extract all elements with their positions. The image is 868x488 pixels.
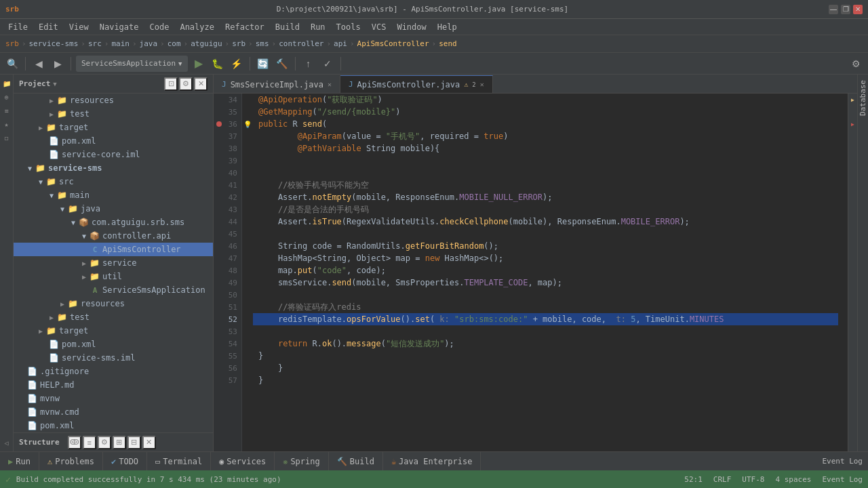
tree-item-resources[interactable]: ▶ 📁 resources (14, 94, 213, 107)
breadcrumb-main[interactable]: main (111, 39, 130, 48)
tab-close-smsserviceimpl[interactable]: ✕ (328, 81, 332, 88)
commit-btn[interactable]: ✓ (319, 56, 336, 72)
tree-item-pom3[interactable]: 📄 pom.xml (14, 419, 213, 432)
close-button[interactable]: ✕ (853, 5, 863, 14)
breadcrumb-java[interactable]: java (140, 39, 158, 48)
editor[interactable]: 34 35 36 37 38 39 40 41 42 43 44 45 46 4… (214, 94, 857, 451)
menu-vcs[interactable]: VCS (366, 19, 392, 35)
struct-settings[interactable]: ⚙ (98, 436, 111, 449)
menu-file[interactable]: File (3, 19, 33, 35)
settings-btn[interactable]: ⚙ (848, 56, 864, 72)
code-content[interactable]: @ApiOperation("获取验证码") @GetMapping("/sen… (253, 94, 848, 451)
menu-code[interactable]: Code (144, 19, 175, 35)
vcs-btn[interactable]: ↑ (300, 56, 317, 72)
menu-analyze[interactable]: Analyze (174, 19, 220, 35)
menu-edit[interactable]: Edit (33, 19, 64, 35)
event-log-btn[interactable]: Event Log (816, 457, 868, 466)
status-tab-build[interactable]: 🔨 Build (329, 452, 383, 471)
sidebar-collapse-btn[interactable]: ⊡ (164, 77, 178, 91)
status-tab-problems[interactable]: ⚠ Problems (39, 452, 103, 471)
status-tab-run[interactable]: ▶ Run (0, 452, 39, 471)
struct-sort-alpha[interactable]: ↂ (68, 436, 81, 449)
tree-item-target2[interactable]: ▶ 📁 target (14, 324, 213, 338)
back-btn[interactable]: ◀ (31, 56, 47, 72)
menu-help[interactable]: Help (432, 19, 462, 35)
struct-collapse[interactable]: ⊟ (127, 436, 141, 449)
status-tab-spring[interactable]: ❋ Spring (275, 452, 329, 471)
breadcrumb-api[interactable]: api (334, 39, 347, 48)
menu-run[interactable]: Run (305, 19, 331, 35)
menu-navigate[interactable]: Navigate (94, 19, 144, 35)
breadcrumb-srb[interactable]: srb (5, 39, 19, 48)
tree-item-main[interactable]: ▼ 📁 main (14, 188, 213, 202)
left-vtab-6[interactable]: ◁ (1, 436, 13, 449)
sidebar-settings-btn[interactable]: ⚙ (179, 77, 193, 91)
tree-item-servicesms[interactable]: ▼ 📁 service-sms (14, 161, 213, 175)
tree-item-java[interactable]: ▼ 📁 java (14, 202, 213, 216)
menu-window[interactable]: Window (391, 19, 431, 35)
status-tab-todo[interactable]: ✔ TODO (103, 452, 147, 471)
breadcrumb-src[interactable]: src (88, 39, 102, 48)
struct-sort-type[interactable]: ≡ (83, 436, 96, 449)
tree-item-mvnwcmd[interactable]: 📄 mvnw.cmd (14, 405, 213, 419)
tree-item-src[interactable]: ▼ 📁 src (14, 175, 213, 188)
breadcrumb-method[interactable]: send (439, 39, 457, 48)
cursor-position[interactable]: 52:1 (684, 475, 703, 484)
struct-close[interactable]: ✕ (142, 436, 156, 449)
tree-item-target[interactable]: ▶ 📁 target (14, 121, 213, 134)
tab-close-apisms[interactable]: ✕ (480, 81, 484, 88)
left-vtab-2[interactable]: ⊕ (1, 91, 13, 103)
menu-view[interactable]: View (64, 19, 94, 35)
tree-item-pom2[interactable]: 📄 pom.xml (14, 338, 213, 351)
title-bar-controls[interactable]: — ❐ ✕ (829, 5, 863, 14)
tree-item-gitignore[interactable]: 📄 .gitignore (14, 365, 213, 378)
indent[interactable]: 4 spaces (775, 475, 811, 484)
tab-apisms[interactable]: J ApiSmsController.java ⚠ 2 ✕ (340, 75, 493, 93)
status-tab-terminal[interactable]: ▭ Terminal (147, 452, 211, 471)
debug-btn[interactable]: 🐛 (210, 56, 226, 72)
tree-item-service[interactable]: ▶ 📁 service (14, 256, 213, 270)
left-vtab-1[interactable]: 📁 (1, 77, 13, 89)
event-log[interactable]: Event Log (822, 475, 863, 484)
breadcrumb-atguigu[interactable]: atguigu (191, 39, 222, 48)
tree-item-servicesms-iml[interactable]: 📄 service-sms.iml (14, 351, 213, 365)
left-vtab-4[interactable]: ★ (1, 118, 13, 130)
breadcrumb-controller[interactable]: controller (279, 39, 323, 48)
tree-item-pom1[interactable]: 📄 pom.xml (14, 134, 213, 148)
menu-tools[interactable]: Tools (331, 19, 366, 35)
menu-build[interactable]: Build (270, 19, 305, 35)
struct-expand[interactable]: ⊞ (113, 436, 126, 449)
left-vtab-5[interactable]: ◻ (1, 131, 13, 144)
tab-smsserviceimpl[interactable]: J SmsServiceImpl.java ✕ (214, 75, 340, 93)
status-tab-javaenterprise[interactable]: ☕ Java Enterprise (383, 452, 481, 471)
update-btn[interactable]: 🔄 (255, 56, 271, 72)
status-tab-services[interactable]: ◉ Services (211, 452, 275, 471)
menu-refactor[interactable]: Refactor (220, 19, 270, 35)
encoding[interactable]: UTF-8 (742, 475, 764, 484)
tree-item-mvnw[interactable]: 📄 mvnw (14, 392, 213, 405)
database-panel-btn[interactable]: Database (859, 77, 867, 119)
line-ending[interactable]: CRLF (713, 475, 732, 484)
tree-item-test2[interactable]: ▶ 📁 test (14, 310, 213, 324)
sidebar-close-btn[interactable]: ✕ (194, 77, 208, 91)
tree-item-util[interactable]: ▶ 📁 util (14, 270, 213, 283)
tree-item-apisms[interactable]: C ApiSmsController (14, 243, 213, 256)
build-btn[interactable]: 🔨 (274, 56, 290, 72)
tree-item-controllerapi[interactable]: ▼ 📦 controller.api (14, 229, 213, 243)
left-vtab-3[interactable]: ≡ (1, 104, 13, 117)
run-config-selector[interactable]: ServiceSmsApplication ▼ (76, 56, 188, 72)
breadcrumb-com[interactable]: com (167, 39, 181, 48)
tree-item-helpmd[interactable]: 📄 HELP.md (14, 378, 213, 392)
minimize-button[interactable]: — (829, 5, 838, 14)
tree-item-test[interactable]: ▶ 📁 test (14, 107, 213, 121)
forward-btn[interactable]: ▶ (50, 56, 66, 72)
search-everywhere-btn[interactable]: 🔍 (4, 56, 20, 72)
breadcrumb-sms[interactable]: sms (256, 39, 269, 48)
tree-item-servicecore[interactable]: 📄 service-core.iml (14, 148, 213, 161)
tree-item-serviceapp[interactable]: A ServiceSmsApplication (14, 283, 213, 297)
tree-item-package[interactable]: ▼ 📦 com.atguigu.srb.sms (14, 216, 213, 229)
breadcrumb-srb2[interactable]: srb (232, 39, 245, 48)
maximize-button[interactable]: ❐ (841, 5, 850, 14)
breadcrumb-service-sms[interactable]: service-sms (29, 39, 79, 48)
coverage-btn[interactable]: ⚡ (229, 56, 245, 72)
